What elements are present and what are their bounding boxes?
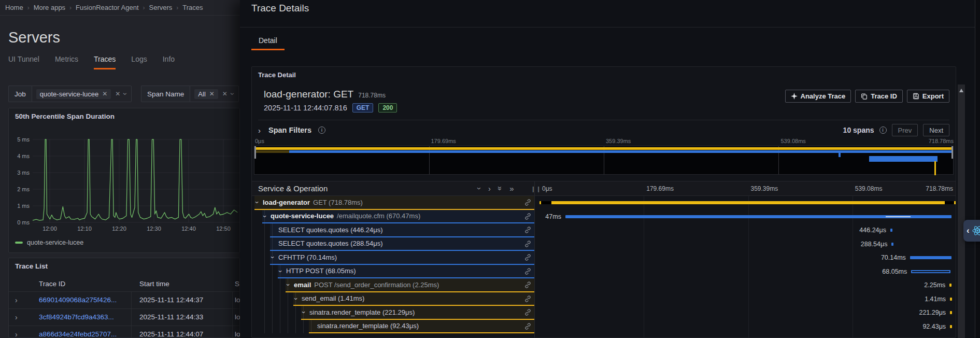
span-link-icon[interactable] bbox=[524, 226, 532, 236]
breadcrumb-item[interactable]: Traces bbox=[182, 4, 203, 11]
span-name-filter-chip[interactable]: All ✕ bbox=[194, 89, 218, 99]
trace-list-row[interactable]: ›3cf84924b7fcd9a4363...2025-11-11 12:44:… bbox=[9, 308, 239, 326]
clear-span-name-filter-icon[interactable]: ✕ bbox=[222, 91, 228, 97]
span-name-filter-caret-icon[interactable]: › bbox=[229, 93, 236, 95]
trace-id-button[interactable]: Trace ID bbox=[855, 90, 903, 103]
breadcrumb-item[interactable]: Servers bbox=[149, 4, 173, 11]
span-name-cell[interactable]: ›quote-service-lucee/emailquote.cfm (670… bbox=[262, 210, 534, 224]
tab-metrics[interactable]: Metrics bbox=[55, 55, 78, 69]
span-timeline-bar[interactable] bbox=[950, 325, 952, 328]
dev-toolbar-toggle-button[interactable]: ‹ bbox=[963, 220, 980, 242]
tab-logs[interactable]: Logs bbox=[131, 55, 147, 69]
span-timeline-bar[interactable] bbox=[539, 201, 956, 204]
span-link-icon[interactable] bbox=[524, 240, 532, 250]
span-name-cell[interactable]: ›send_email (1.41ms) bbox=[293, 292, 534, 306]
span-timeline-bar[interactable] bbox=[911, 270, 950, 273]
span-filters-info-icon[interactable]: i bbox=[318, 126, 325, 134]
breadcrumb-item[interactable]: FusionReactor Agent bbox=[76, 4, 138, 11]
tab-info[interactable]: Info bbox=[163, 55, 175, 69]
job-filter-caret-icon[interactable]: › bbox=[122, 93, 130, 95]
collapse-span-icon[interactable]: › bbox=[269, 256, 277, 258]
job-filter-chip[interactable]: quote-service-lucee ✕ bbox=[36, 89, 111, 99]
span-row[interactable]: SELECT quotes.quotes (446.24μs)446.24μs bbox=[252, 223, 956, 237]
span-link-icon[interactable] bbox=[524, 281, 532, 291]
collapse-span-icon[interactable]: › bbox=[277, 270, 285, 272]
tab-ui-tunnel[interactable]: UI Tunnel bbox=[8, 55, 39, 69]
span-row[interactable]: ›CFHTTP (70.14ms)70.14ms bbox=[252, 251, 956, 265]
span-row[interactable]: SELECT quotes.quotes (288.54μs)288.54μs bbox=[252, 237, 956, 251]
span-name-filter-label: Span Name bbox=[141, 86, 190, 102]
span-timeline-bar[interactable] bbox=[890, 229, 892, 232]
clear-job-filter-icon[interactable]: ✕ bbox=[115, 91, 120, 97]
trace-list-row[interactable]: ›66901409068a275f426...2025-11-11 12:44:… bbox=[9, 291, 239, 308]
span-row[interactable]: ›HTTP POST (68.05ms)68.05ms bbox=[252, 265, 956, 279]
span-filters-expand-icon[interactable]: › bbox=[258, 126, 261, 135]
span-name-filter-value[interactable]: All ✕ ✕ › bbox=[190, 86, 238, 102]
span-filters-label[interactable]: Span Filters bbox=[268, 126, 311, 134]
expand-row-icon[interactable]: › bbox=[15, 330, 18, 338]
span-name-cell[interactable]: sinatra.render_template (92.43μs) bbox=[309, 320, 534, 334]
span-row[interactable]: ›sinatra.render_template (221.29μs)221.2… bbox=[252, 306, 956, 320]
span-link-icon[interactable] bbox=[524, 322, 532, 332]
expand-row-icon[interactable]: › bbox=[15, 296, 18, 304]
chart-legend-item[interactable]: quote-service-lucee bbox=[15, 239, 83, 246]
remove-span-name-chip-icon[interactable]: ✕ bbox=[209, 90, 215, 97]
trace-id-link[interactable]: a866d34e24febd25707... bbox=[39, 330, 117, 338]
expand-row-icon[interactable]: › bbox=[15, 313, 18, 321]
analyze-trace-button[interactable]: Analyze Trace bbox=[785, 90, 851, 103]
expand-all-icon[interactable]: » bbox=[509, 184, 514, 193]
span-timeline-bar[interactable] bbox=[910, 256, 951, 259]
next-span-button[interactable]: Next bbox=[923, 124, 949, 136]
column-resize-handle[interactable]: ❙❙ bbox=[531, 186, 541, 192]
expand-one-icon[interactable]: › bbox=[488, 184, 491, 193]
span-timeline-bar[interactable] bbox=[950, 311, 952, 314]
span-name-cell[interactable]: ›load-generatorGET (718.78ms) bbox=[254, 196, 534, 210]
span-name-cell[interactable]: ›emailPOST /send_order_confirmation (2.2… bbox=[286, 278, 534, 292]
minimap-drag-handle[interactable] bbox=[951, 146, 953, 159]
span-name-cell[interactable]: ›HTTP POST (68.05ms) bbox=[278, 265, 534, 279]
span-timeline-bar[interactable] bbox=[565, 215, 951, 218]
span-name-cell[interactable]: ›CFHTTP (70.14ms) bbox=[270, 251, 534, 265]
drawer-scrollbar[interactable] bbox=[958, 84, 965, 338]
job-filter-value[interactable]: quote-service-lucee ✕ ✕ › bbox=[32, 86, 132, 102]
spans-count-info-icon[interactable]: i bbox=[879, 126, 887, 134]
span-name-cell[interactable]: SELECT quotes.quotes (446.24μs) bbox=[270, 223, 534, 237]
collapse-span-icon[interactable]: › bbox=[261, 215, 269, 217]
breadcrumb-item[interactable]: Home bbox=[5, 4, 23, 11]
span-timeline-bar[interactable] bbox=[891, 243, 893, 246]
trace-list-row[interactable]: ›a866d34e24febd25707...2025-11-11 12:44:… bbox=[9, 326, 239, 338]
span-link-icon[interactable] bbox=[524, 308, 532, 318]
trace-id-link[interactable]: 66901409068a275f426... bbox=[39, 296, 117, 304]
collapse-span-icon[interactable]: › bbox=[253, 201, 261, 203]
breadcrumb-item[interactable]: More apps bbox=[34, 4, 65, 11]
collapse-span-icon[interactable]: › bbox=[285, 284, 292, 286]
span-link-icon[interactable] bbox=[524, 213, 532, 222]
span-link-icon[interactable] bbox=[524, 295, 532, 305]
trace-minimap[interactable] bbox=[254, 146, 954, 175]
collapse-all-icon[interactable]: » bbox=[496, 186, 505, 190]
collapse-span-icon[interactable]: › bbox=[292, 298, 300, 300]
span-link-icon[interactable] bbox=[524, 199, 532, 208]
span-link-icon[interactable] bbox=[524, 254, 532, 263]
span-row[interactable]: ›quote-service-lucee/emailquote.cfm (670… bbox=[252, 210, 956, 224]
tab-detail[interactable]: Detail bbox=[251, 36, 285, 50]
span-row[interactable]: ›send_email (1.41ms)1.41ms bbox=[252, 292, 956, 306]
span-row[interactable]: sinatra.render_template (92.43μs)92.43μs bbox=[252, 320, 956, 334]
span-row[interactable]: ›emailPOST /send_order_confirmation (2.2… bbox=[252, 278, 956, 292]
export-button[interactable]: Export bbox=[907, 90, 949, 103]
minimap-drag-handle[interactable] bbox=[254, 146, 256, 159]
tab-traces[interactable]: Traces bbox=[94, 55, 116, 69]
remove-job-chip-icon[interactable]: ✕ bbox=[102, 90, 107, 97]
prev-span-button[interactable]: Prev bbox=[892, 124, 918, 136]
span-name-cell[interactable]: ›sinatra.render_template (221.29μs) bbox=[301, 306, 534, 320]
span-link-icon[interactable] bbox=[524, 267, 532, 277]
span-row[interactable]: ›load-generatorGET (718.78ms) bbox=[252, 196, 956, 210]
collapse-span-icon[interactable]: › bbox=[300, 311, 308, 313]
span-timeline-bar[interactable] bbox=[949, 284, 951, 287]
span-duration-chart[interactable]: 5 ms4 ms3 ms2 ms1 ms0 ms12:0012:1012:201… bbox=[9, 124, 240, 237]
span-name-cell[interactable]: SELECT quotes.quotes (288.54μs) bbox=[270, 237, 534, 251]
span-timeline-bar[interactable] bbox=[950, 298, 952, 301]
trace-id-link[interactable]: 3cf84924b7fcd9a4363... bbox=[39, 313, 114, 321]
collapse-one-icon[interactable]: › bbox=[475, 187, 484, 190]
scroll-up-icon[interactable] bbox=[959, 89, 963, 92]
